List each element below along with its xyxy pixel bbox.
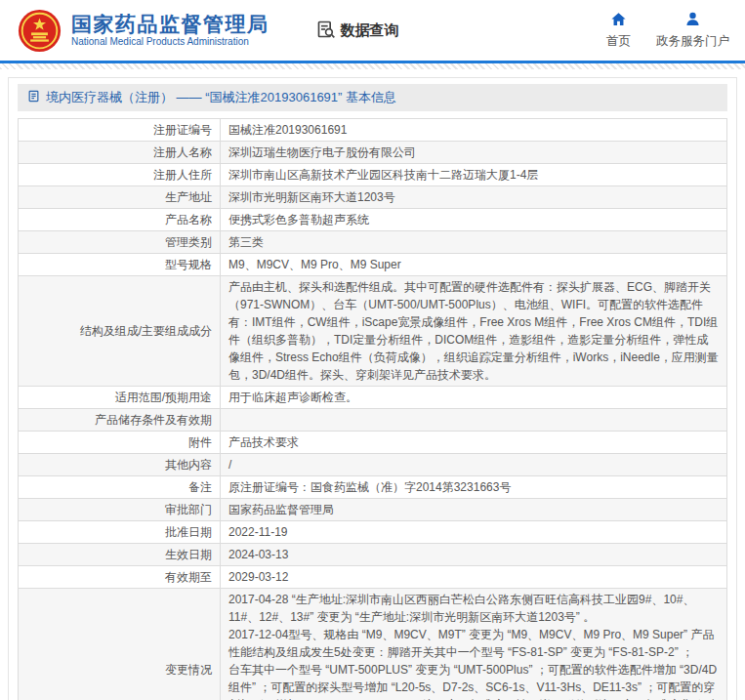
row-label: 产品储存条件及有效期 xyxy=(19,409,221,432)
header-divider-hatch xyxy=(0,63,745,69)
row-label: 审批部门 xyxy=(19,499,221,521)
row-label: 生产地址 xyxy=(19,186,221,209)
row-label: 生效日期 xyxy=(19,544,221,566)
breadcrumb-text: 境内医疗器械（注册） —— “国械注准20193061691” 基本信息 xyxy=(46,89,396,106)
row-label: 批准日期 xyxy=(19,521,221,544)
row-label: 产品名称 xyxy=(19,209,221,231)
row-label: 型号规格 xyxy=(19,254,221,276)
row-value: 2024-03-13 xyxy=(221,544,727,566)
table-row: 管理类别第三类 xyxy=(19,231,727,254)
table-row: 批准日期2022-11-19 xyxy=(19,521,727,544)
table-row: 结构及组成/主要组成成分产品由主机、探头和选配件组成。其中可配置的硬件选配件有：… xyxy=(19,276,727,387)
row-label: 注册人名称 xyxy=(19,142,221,164)
row-value: / xyxy=(221,454,727,476)
row-value: M9、M9CV、M9 Pro、M9 Super xyxy=(221,254,727,276)
home-icon xyxy=(610,11,627,31)
row-value: 2017-04-28 “生产地址:深圳市南山区西丽白芒松白公路东侧百旺信高科技工… xyxy=(221,589,727,700)
table-row: 型号规格M9、M9CV、M9 Pro、M9 Super xyxy=(19,254,727,276)
table-row: 有效期至2029-03-12 xyxy=(19,566,727,589)
org-name-en: National Medical Products Administration xyxy=(71,36,269,48)
document-icon xyxy=(27,90,40,105)
table-row: 其他内容/ xyxy=(19,454,727,476)
row-label: 结构及组成/主要组成成分 xyxy=(19,276,221,387)
org-name-cn: 国家药品监督管理局 xyxy=(71,13,269,36)
row-label: 备注 xyxy=(19,476,221,499)
row-label: 有效期至 xyxy=(19,566,221,589)
row-label: 变更情况 xyxy=(19,589,221,700)
table-row: 审批部门国家药品监督管理局 xyxy=(19,499,727,521)
page: 国家药品监督管理局 National Medical Products Admi… xyxy=(0,0,745,700)
table-row: 产品储存条件及有效期 xyxy=(19,409,727,432)
row-value: 深圳市南山区高新技术产业园区科技南十二路迈瑞大厦1-4层 xyxy=(221,164,727,186)
row-value: 2022-11-19 xyxy=(221,521,727,544)
content-panel: 境内医疗器械（注册） —— “国械注准20193061691” 基本信息 注册证… xyxy=(8,77,737,700)
nmpa-emblem-icon xyxy=(18,9,62,53)
table-row: 备注原注册证编号：国食药监械（准）字2014第3231663号 xyxy=(19,476,727,499)
header-nav: 首页 政务服务门户 xyxy=(606,11,729,50)
row-value: 2029-03-12 xyxy=(221,566,727,589)
row-value xyxy=(221,409,727,432)
portal-label: 政务服务门户 xyxy=(656,33,729,50)
row-value: 用于临床超声诊断检查。 xyxy=(221,387,727,409)
row-value: 产品由主机、探头和选配件组成。其中可配置的硬件选配件有：探头扩展器、ECG、脚踏… xyxy=(221,276,727,387)
row-label: 适用范围/预期用途 xyxy=(19,387,221,409)
row-value: 原注册证编号：国食药监械（准）字2014第3231663号 xyxy=(221,476,727,499)
table-row: 注册人名称深圳迈瑞生物医疗电子股份有限公司 xyxy=(19,142,727,164)
table-row: 产品名称便携式彩色多普勒超声系统 xyxy=(19,209,727,231)
table-row: 附件产品技术要求 xyxy=(19,432,727,454)
data-query-icon xyxy=(316,20,336,42)
table-row: 生效日期2024-03-13 xyxy=(19,544,727,566)
site-header: 国家药品监督管理局 National Medical Products Admi… xyxy=(0,0,745,61)
table-row: 注册证编号国械注准20193061691 xyxy=(19,119,727,142)
table-row: 适用范围/预期用途用于临床超声诊断检查。 xyxy=(19,387,727,409)
registration-info-table: 注册证编号国械注准20193061691 注册人名称深圳迈瑞生物医疗电子股份有限… xyxy=(18,118,727,700)
table-row: 生产地址深圳市光明新区南环大道1203号 xyxy=(19,186,727,209)
data-query-label: 数据查询 xyxy=(341,21,399,40)
home-label: 首页 xyxy=(606,33,631,50)
row-value: 深圳市光明新区南环大道1203号 xyxy=(221,186,727,209)
row-label: 注册证编号 xyxy=(19,119,221,142)
row-label: 注册人住所 xyxy=(19,164,221,186)
table-row: 变更情况2017-04-28 “生产地址:深圳市南山区西丽白芒松白公路东侧百旺信… xyxy=(19,589,727,700)
breadcrumb: 境内医疗器械（注册） —— “国械注准20193061691” 基本信息 xyxy=(18,84,727,111)
table-row: 注册人住所深圳市南山区高新技术产业园区科技南十二路迈瑞大厦1-4层 xyxy=(19,164,727,186)
row-value: 便携式彩色多普勒超声系统 xyxy=(221,209,727,231)
portal-nav[interactable]: 政务服务门户 xyxy=(656,11,729,50)
row-label: 管理类别 xyxy=(19,231,221,254)
home-nav[interactable]: 首页 xyxy=(606,11,631,50)
org-title-block: 国家药品监督管理局 National Medical Products Admi… xyxy=(71,13,269,48)
row-value: 产品技术要求 xyxy=(221,432,727,454)
data-query-nav[interactable]: 数据查询 xyxy=(316,20,399,42)
row-value: 国家药品监督管理局 xyxy=(221,499,727,521)
row-value: 深圳迈瑞生物医疗电子股份有限公司 xyxy=(221,142,727,164)
user-icon xyxy=(684,11,701,31)
row-label: 附件 xyxy=(19,432,221,454)
row-value: 第三类 xyxy=(221,231,727,254)
row-value: 国械注准20193061691 xyxy=(221,119,727,142)
row-label: 其他内容 xyxy=(19,454,221,476)
